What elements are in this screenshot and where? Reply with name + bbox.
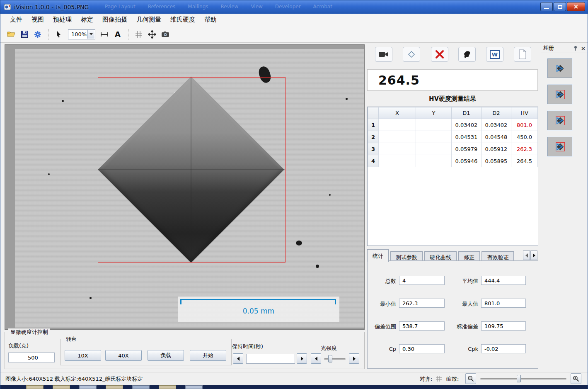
cell-d1[interactable]: 0.04531: [452, 131, 482, 143]
delete-result-button[interactable]: [431, 47, 448, 62]
menu-view[interactable]: 视图: [27, 14, 48, 25]
results-table[interactable]: X Y D1 D2 HV 1 0.03402 0.03402 801.0 2: [367, 107, 538, 246]
album-thumbnail[interactable]: [547, 85, 572, 104]
center-crosshair-button[interactable]: [145, 28, 159, 41]
cell-hv[interactable]: 264.5: [511, 155, 538, 167]
microscope-image[interactable]: 0.05 mm: [15, 49, 364, 328]
select-tool-button[interactable]: [52, 28, 65, 41]
light-slider[interactable]: [324, 358, 346, 360]
total-count-field[interactable]: [399, 276, 445, 285]
taskbar-item[interactable]: [106, 385, 123, 389]
measure-indent-button[interactable]: [403, 47, 420, 62]
album-thumbnail[interactable]: [547, 58, 572, 78]
tab-scroll-left-button[interactable]: [523, 250, 530, 260]
cell-y[interactable]: [416, 155, 452, 167]
grid-toggle-button[interactable]: [132, 28, 145, 41]
cell-d1[interactable]: 0.05946: [452, 155, 482, 167]
light-slider-thumb[interactable]: [328, 355, 332, 362]
menu-file[interactable]: 文件: [5, 14, 27, 25]
tab-scroll-right-button[interactable]: [530, 250, 537, 260]
taskbar-item[interactable]: [159, 385, 176, 389]
objective-10x-button[interactable]: 10X: [65, 350, 101, 361]
cell-x[interactable]: [379, 131, 416, 143]
hold-time-input[interactable]: [246, 354, 295, 364]
taskbar-item[interactable]: [53, 385, 70, 389]
cell-d2[interactable]: 0.03402: [482, 119, 511, 131]
manual-measure-button[interactable]: [458, 47, 476, 62]
table-row[interactable]: 4 0.05946 0.05895 264.5: [368, 155, 538, 167]
col-header-y[interactable]: Y: [416, 107, 452, 119]
col-header-d1[interactable]: D1: [452, 107, 482, 119]
cpk-field[interactable]: [481, 344, 526, 353]
tab-statistics[interactable]: 统计: [367, 249, 389, 262]
menu-image-capture[interactable]: 图像拍摄: [98, 14, 132, 25]
cell-d1[interactable]: 0.03402: [452, 119, 482, 131]
minimize-button[interactable]: [540, 2, 553, 11]
cell-y[interactable]: [416, 143, 452, 155]
zoom-slider-thumb[interactable]: [517, 375, 521, 382]
text-annotation-button[interactable]: A: [111, 28, 124, 41]
table-row[interactable]: 2 0.04531 0.04548 450.0: [368, 131, 538, 143]
open-file-button[interactable]: [5, 28, 18, 41]
taskbar-item[interactable]: [132, 385, 150, 389]
capture-video-button[interactable]: [375, 47, 392, 62]
range-field[interactable]: [399, 321, 445, 331]
menu-calibration[interactable]: 标定: [76, 14, 98, 25]
zoom-in-button[interactable]: [571, 373, 581, 384]
cell-hv[interactable]: 262.3: [511, 143, 538, 155]
zoom-select[interactable]: 100%: [68, 29, 95, 39]
light-decrement-button[interactable]: [311, 353, 321, 364]
snapshot-button[interactable]: [159, 28, 172, 41]
pin-icon[interactable]: [573, 46, 578, 51]
max-field[interactable]: [481, 299, 526, 308]
load-position-button[interactable]: 负载: [148, 350, 184, 361]
cell-y[interactable]: [416, 131, 452, 143]
measure-tool-button[interactable]: [98, 28, 111, 41]
close-button[interactable]: ×: [567, 2, 585, 11]
cell-x[interactable]: [379, 143, 416, 155]
cell-d2[interactable]: 0.05912: [482, 143, 511, 155]
cell-hv[interactable]: 450.0: [511, 131, 538, 143]
cell-y[interactable]: [416, 119, 452, 131]
menu-geometry-measure[interactable]: 几何测量: [132, 14, 166, 25]
save-button[interactable]: [18, 28, 31, 41]
taskbar-item[interactable]: [79, 385, 97, 389]
col-header-hv[interactable]: HV: [511, 107, 538, 119]
maximize-button[interactable]: [554, 2, 566, 11]
taskbar-item[interactable]: [26, 385, 44, 389]
taskbar-item[interactable]: [185, 385, 203, 389]
mean-field[interactable]: [481, 276, 526, 285]
hold-time-increment-button[interactable]: [297, 353, 307, 364]
load-input[interactable]: [8, 353, 55, 362]
align-grid-icon[interactable]: [436, 375, 442, 382]
cell-d2[interactable]: 0.04548: [482, 131, 511, 143]
album-thumbnail[interactable]: [547, 137, 572, 156]
light-increment-button[interactable]: [349, 353, 359, 364]
zoom-out-button[interactable]: [465, 373, 476, 384]
hold-time-decrement-button[interactable]: [233, 353, 243, 364]
col-header-x[interactable]: X: [379, 107, 416, 119]
menu-help[interactable]: 帮助: [200, 14, 221, 25]
cp-field[interactable]: [399, 344, 445, 353]
cell-x[interactable]: [379, 119, 416, 131]
cell-hv[interactable]: 801.0: [511, 119, 538, 131]
new-report-button[interactable]: [514, 47, 531, 62]
cell-d1[interactable]: 0.05979: [452, 143, 482, 155]
min-field[interactable]: [399, 299, 445, 308]
objective-40x-button[interactable]: 40X: [105, 350, 142, 361]
titlebar[interactable]: iVision 1.0.0 - ts_005.PNG Page Layout R…: [0, 0, 588, 14]
table-row[interactable]: 3 0.05979 0.05912 262.3: [368, 143, 538, 155]
menu-vickers-hardness[interactable]: 维氏硬度: [166, 14, 200, 25]
export-word-button[interactable]: W: [486, 47, 503, 62]
zoom-slider[interactable]: [480, 378, 566, 379]
settings-button[interactable]: [31, 28, 44, 41]
menu-preprocess[interactable]: 预处理: [48, 14, 76, 25]
col-header-d2[interactable]: D2: [482, 107, 511, 119]
measurement-roi-box[interactable]: [98, 77, 286, 263]
album-close-icon[interactable]: ×: [581, 45, 586, 51]
start-button[interactable]: 开始: [190, 350, 226, 361]
cell-d2[interactable]: 0.05895: [482, 155, 511, 167]
stddev-field[interactable]: [481, 321, 526, 331]
table-row[interactable]: 1 0.03402 0.03402 801.0: [368, 119, 538, 131]
cell-x[interactable]: [379, 155, 416, 167]
